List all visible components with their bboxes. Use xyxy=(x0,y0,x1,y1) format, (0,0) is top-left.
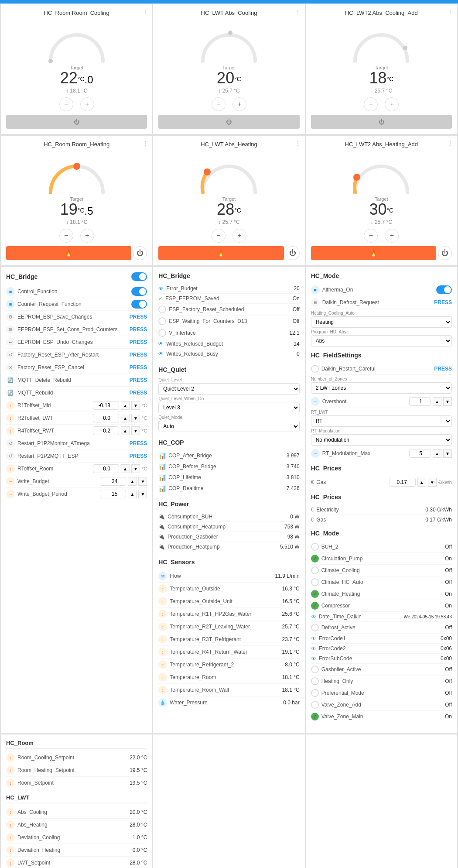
gas-price-up[interactable]: ▲ xyxy=(417,478,426,487)
quiet-level-select[interactable]: Quiet Level 2 Quiet Level 1 Quiet Level … xyxy=(158,383,299,395)
num-zones-select[interactable]: 2 LWT zones 1 LWT zone xyxy=(311,382,452,394)
heat-btn-3[interactable]: 🔥 xyxy=(6,246,131,260)
defrost-req-btn[interactable]: PRESS xyxy=(434,299,452,305)
rt-input[interactable] xyxy=(93,464,119,473)
r2t-up[interactable]: ▲ xyxy=(121,414,130,422)
gas-price-down[interactable]: ▼ xyxy=(428,478,437,487)
hc-bridge-toggle[interactable] xyxy=(131,272,147,281)
program-hd-select[interactable]: Abs Deviation xyxy=(311,335,452,347)
write-period-down[interactable]: ▼ xyxy=(138,490,147,498)
heating-cooling-select[interactable]: Heating Cooling Auto xyxy=(311,316,452,328)
menu-icon-2[interactable]: ⋮ xyxy=(448,9,453,15)
r2t-icon: ↕ xyxy=(6,414,15,422)
menu-icon-1[interactable]: ⋮ xyxy=(295,9,301,15)
hc-bridge-left-title: HC_Bridge xyxy=(6,272,147,281)
write-budget-up[interactable]: ▲ xyxy=(128,477,137,486)
list-item: ↕Room_Cooling_Setpoint 22.0 °C xyxy=(6,751,147,764)
r2t-input[interactable] xyxy=(93,414,119,422)
eeprom-save-btn[interactable]: PRESS xyxy=(130,314,147,320)
eeprom-save-icon: ⚙ xyxy=(6,312,15,321)
menu-icon-3[interactable]: ⋮ xyxy=(143,140,148,146)
mqtt-delete-btn[interactable]: PRESS xyxy=(130,377,147,383)
list-item: →Write_Budget ▲ ▼ xyxy=(6,475,147,488)
r1t-down[interactable]: ▼ xyxy=(131,401,140,410)
increase-btn-4[interactable]: + xyxy=(232,229,246,243)
heat-btn-4[interactable]: 🔥 xyxy=(158,246,284,260)
power-btn-1[interactable]: ⏻ xyxy=(158,115,299,129)
power-btn-4[interactable]: ⏻ xyxy=(286,246,300,260)
restart-atmega-btn[interactable]: PRESS xyxy=(130,440,147,446)
restart-esp-btn[interactable]: PRESS xyxy=(130,453,147,459)
hc-lwt-section: HC_LWT ↕Abs_Cooling 20.0 °C ↕Abs_Heating… xyxy=(6,794,147,868)
quiet-level-when-select[interactable]: Level 3 Level 1 Level 2 xyxy=(158,402,299,413)
quiet-mode-select[interactable]: Auto On Off xyxy=(158,421,299,432)
list-item: €Electricity 0.30 €/kWh xyxy=(311,505,452,515)
r4t-down[interactable]: ▼ xyxy=(131,426,140,435)
increase-btn-3[interactable]: + xyxy=(80,229,94,243)
bar-icon-0: 📊 xyxy=(158,452,166,459)
mqtt-rebuild-icon: 🔄 xyxy=(6,388,15,397)
list-item: ■ Counter_Request_Function xyxy=(6,298,147,311)
write-period-up[interactable]: ▲ xyxy=(128,490,137,498)
rt-mod-max-down[interactable]: ▼ xyxy=(443,449,452,458)
increase-btn-2[interactable]: + xyxy=(385,97,399,111)
r1t-up[interactable]: ▲ xyxy=(121,401,130,410)
decrease-btn-1[interactable]: − xyxy=(212,97,226,111)
gas-price-input[interactable] xyxy=(390,478,416,487)
control-function-toggle[interactable] xyxy=(131,287,147,296)
hc-cop-section: HC_COP 📊COP_After_Bridge 3.997 📊COP_Befo… xyxy=(158,439,299,494)
altherma-toggle[interactable] xyxy=(436,285,452,294)
rt-down[interactable]: ▼ xyxy=(131,464,140,473)
increase-btn-5[interactable]: + xyxy=(385,229,399,243)
r4t-input[interactable] xyxy=(93,426,119,435)
decrease-btn-5[interactable]: − xyxy=(364,229,378,243)
svg-point-2 xyxy=(403,46,407,50)
write-period-input[interactable] xyxy=(100,490,126,498)
decrease-btn-0[interactable]: − xyxy=(59,97,73,111)
list-item: ↕Deviation_Cooling 1.0 °C xyxy=(6,831,147,844)
counter-req-toggle[interactable] xyxy=(131,300,147,309)
menu-icon-0[interactable]: ⋮ xyxy=(143,9,148,15)
write-budget-down[interactable]: ▼ xyxy=(138,477,147,486)
factory-reset-btn[interactable]: PRESS xyxy=(130,352,147,358)
mqtt-rebuild-btn[interactable]: PRESS xyxy=(130,390,147,396)
power-icon-2: 🔌 xyxy=(158,534,165,540)
eeprom-undo-btn[interactable]: PRESS xyxy=(130,339,147,345)
rt-mod-max-up[interactable]: ▲ xyxy=(433,449,441,458)
hc-quiet-section: HC_Quiet Quiet_Level Quiet Level 2 Quiet… xyxy=(158,366,299,432)
decrease-btn-2[interactable]: − xyxy=(364,97,378,111)
factory-cancel-btn[interactable]: PRESS xyxy=(130,364,147,371)
increase-btn-1[interactable]: + xyxy=(232,97,246,111)
list-item: 📊COP_Lifetime 3.810 xyxy=(158,472,299,483)
hc-bridge-left-panel: HC_Bridge ■ Control_Function ■ Counter_R… xyxy=(1,267,152,733)
temp-display-5: Target 30°C xyxy=(311,196,452,217)
menu-icon-5[interactable]: ⋮ xyxy=(448,140,453,146)
rt-lwt-select[interactable]: RT LWT xyxy=(311,415,452,427)
list-item: Defrost_Active Off xyxy=(311,622,452,634)
write-budget-input[interactable] xyxy=(100,477,126,486)
increase-btn-0[interactable]: + xyxy=(80,97,94,111)
power-btn-3[interactable]: ⏻ xyxy=(133,246,147,260)
power-btn-2[interactable]: ⏻ xyxy=(311,115,452,129)
overshoot-down[interactable]: ▼ xyxy=(443,397,452,406)
decrease-btn-4[interactable]: − xyxy=(212,229,226,243)
card-title-5: HC_LWT2 Abs_Heating_Add xyxy=(311,141,452,148)
r1t-input[interactable] xyxy=(93,401,119,410)
r4t-up[interactable]: ▲ xyxy=(121,426,130,435)
r2t-down[interactable]: ▼ xyxy=(131,414,140,422)
rt-up[interactable]: ▲ xyxy=(121,464,130,473)
decrease-btn-3[interactable]: − xyxy=(59,229,73,243)
power-btn-5[interactable]: ⏻ xyxy=(438,246,452,260)
hc-sensors-title: HC_Sensors xyxy=(158,559,299,566)
heat-btn-5[interactable]: 🔥 xyxy=(311,246,436,260)
status-dot-1 xyxy=(158,317,166,325)
list-item: ↕Temperature_Room_Wall 18.1 °C xyxy=(158,684,299,696)
rt-mod-max-input[interactable] xyxy=(409,449,431,458)
overshoot-input[interactable] xyxy=(409,397,431,406)
daikin-restart-btn[interactable]: PRESS xyxy=(434,366,452,372)
menu-icon-4[interactable]: ⋮ xyxy=(295,140,301,146)
rt-modulation-select[interactable]: No modulation Abs Deviation xyxy=(311,434,452,446)
eeprom-set-btn[interactable]: PRESS xyxy=(130,326,147,333)
power-btn-0[interactable]: ⏻ xyxy=(6,115,147,129)
overshoot-up[interactable]: ▲ xyxy=(433,397,441,406)
